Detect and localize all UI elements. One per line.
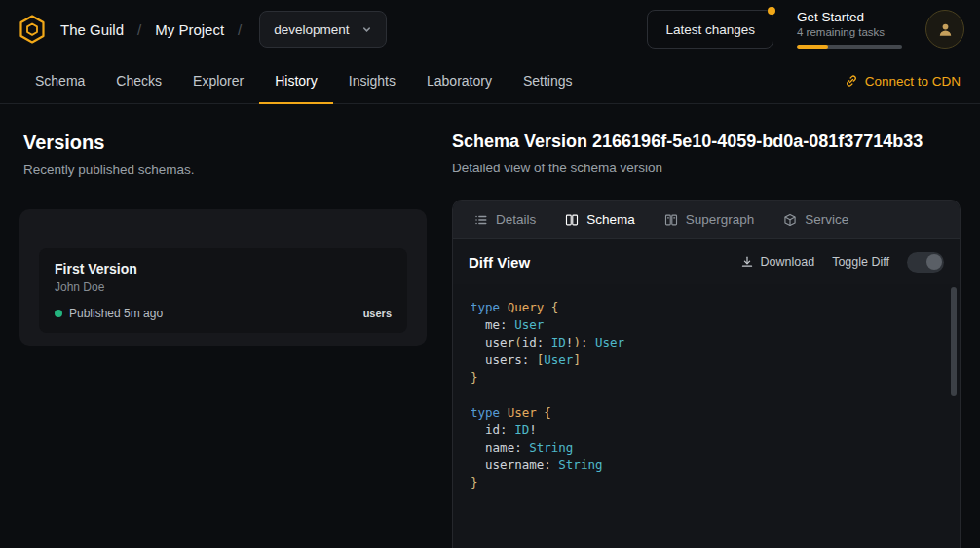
download-icon: [740, 255, 754, 269]
download-button[interactable]: Download: [740, 255, 815, 269]
code-block: type Query { me: User user(id: ID!): Use…: [453, 284, 960, 506]
code-line: username: String: [471, 457, 942, 474]
versions-card: First VersionJohn DoePublished 5m agouse…: [19, 209, 427, 346]
nav-tab-settings[interactable]: Settings: [508, 58, 588, 104]
versions-subtitle: Recently published schemas.: [23, 163, 427, 177]
get-started-title: Get Started: [797, 10, 902, 24]
schema-version-title: Schema Version 2166196f-5e10-4059-bd0a-0…: [452, 131, 961, 152]
scrollbar[interactable]: [951, 287, 957, 545]
diff-toggle[interactable]: [907, 252, 944, 273]
guild-hive-logo-icon[interactable]: [16, 13, 49, 46]
detail-tab-label: Details: [496, 212, 536, 227]
detail-tab-service[interactable]: Service: [783, 212, 848, 227]
code-line: }: [471, 369, 942, 386]
main-nav: SchemaChecksExplorerHistoryInsightsLabor…: [0, 58, 980, 104]
code-line: type Query {: [471, 299, 942, 316]
breadcrumb-separator: /: [238, 21, 242, 38]
service-badge: users: [363, 308, 392, 319]
schema-diff-icon: [565, 213, 579, 227]
schema-version-subtitle: Detailed view of the schema version: [452, 161, 961, 175]
code-line: }: [471, 474, 942, 492]
code-line: users: [User]: [471, 351, 942, 369]
version-status-row: Published 5m agousers: [55, 307, 392, 320]
schema-version-card: DetailsSchemaSupergraphService Diff View…: [452, 200, 961, 548]
nav-tab-checks[interactable]: Checks: [100, 58, 177, 104]
version-list: First VersionJohn DoePublished 5m agouse…: [39, 248, 407, 333]
nav-tab-explorer[interactable]: Explorer: [177, 58, 259, 104]
link-icon: [845, 74, 858, 88]
versions-title: Versions: [23, 131, 427, 154]
breadcrumb-project[interactable]: My Project: [155, 21, 224, 38]
detail-tab-supergraph[interactable]: Supergraph: [664, 212, 755, 227]
detail-tabs: DetailsSchemaSupergraphService: [453, 201, 960, 239]
connect-cdn-link[interactable]: Connect to CDN: [845, 74, 961, 89]
diff-view-title: Diff View: [469, 254, 530, 271]
nav-tab-insights[interactable]: Insights: [333, 58, 411, 104]
download-label: Download: [761, 255, 815, 269]
detail-tab-schema[interactable]: Schema: [565, 212, 635, 227]
supergraph-icon: [664, 213, 678, 227]
list-icon: [474, 213, 488, 227]
breadcrumb-separator: /: [137, 21, 141, 38]
code-line: user(id: ID!): User: [471, 334, 942, 351]
scrollbar-thumb[interactable]: [951, 287, 957, 396]
toggle-diff-label: Toggle Diff: [832, 255, 889, 269]
code-line: name: String: [471, 439, 942, 457]
connect-cdn-label: Connect to CDN: [865, 74, 961, 89]
latest-changes-label: Latest changes: [665, 22, 755, 37]
code-line: type User {: [471, 404, 942, 421]
detail-tab-label: Service: [805, 212, 848, 227]
code-line: me: User: [471, 316, 942, 334]
code-area: type Query { me: User user(id: ID!): Use…: [453, 284, 960, 548]
service-box-icon: [783, 213, 797, 227]
get-started-progressbar: [797, 45, 902, 49]
detail-tab-details[interactable]: Details: [474, 212, 536, 227]
header-right: Latest changes Get Started 4 remaining t…: [647, 10, 964, 49]
main-content: Versions Recently published schemas. Fir…: [0, 104, 980, 548]
nav-tabs: SchemaChecksExplorerHistoryInsightsLabor…: [19, 58, 588, 103]
target-select-value: development: [274, 22, 349, 37]
nav-tab-laboratory[interactable]: Laboratory: [411, 58, 508, 104]
breadcrumb-org[interactable]: The Guild: [60, 21, 124, 38]
detail-tab-label: Supergraph: [686, 212, 755, 227]
toggle-knob: [926, 254, 942, 270]
version-author: John Doe: [55, 280, 392, 294]
user-icon: [937, 21, 954, 38]
get-started-subtitle: 4 remaining tasks: [797, 26, 902, 38]
versions-panel: Versions Recently published schemas. Fir…: [0, 104, 433, 548]
latest-changes-button[interactable]: Latest changes: [647, 10, 773, 49]
nav-tab-schema[interactable]: Schema: [19, 58, 100, 104]
avatar[interactable]: [925, 10, 964, 49]
get-started-widget[interactable]: Get Started 4 remaining tasks: [797, 10, 902, 49]
progress-fill: [797, 45, 828, 49]
diff-header: Diff View Download Toggle Diff: [453, 239, 960, 284]
schema-version-panel: Schema Version 2166196f-5e10-4059-bd0a-0…: [433, 104, 980, 548]
notification-dot-icon: [768, 7, 775, 15]
code-line: id: ID!: [471, 421, 942, 439]
published-dot-icon: [55, 310, 62, 317]
nav-tab-history[interactable]: History: [259, 58, 333, 104]
target-select[interactable]: development: [259, 11, 386, 48]
diff-actions: Download Toggle Diff: [740, 252, 944, 273]
chevron-down-icon: [361, 24, 372, 35]
top-header: The Guild / My Project / development Lat…: [0, 0, 980, 58]
version-item[interactable]: First VersionJohn DoePublished 5m agouse…: [39, 248, 407, 333]
detail-tab-label: Schema: [586, 212, 635, 227]
version-name: First Version: [55, 261, 392, 276]
version-status: Published 5m ago: [69, 307, 163, 320]
code-line: [471, 386, 942, 404]
